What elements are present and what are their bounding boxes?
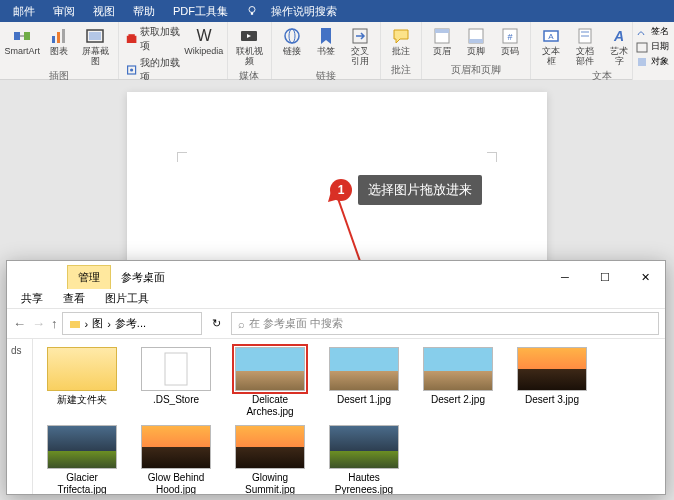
wordart-button[interactable]: A艺术字 [603,24,635,69]
nav-forward-button[interactable]: → [32,316,45,331]
signature-icon [636,26,648,38]
image-thumbnail [423,347,493,391]
signature-button[interactable]: 签名 [636,25,671,38]
explorer-search-input[interactable]: ⌕ 在 参考桌面 中搜索 [231,312,660,335]
file-grid: 新建文件夹.DS_StoreDelicate Arches.jpgDesert … [33,339,665,494]
textbox-button[interactable]: A文本框 [535,24,567,69]
datetime-button[interactable]: 日期 [636,40,671,53]
header-button[interactable]: 页眉 [426,24,458,59]
screenshot-button[interactable]: 屏幕截图 [77,24,114,69]
file-item[interactable]: Desert 1.jpg [325,347,403,417]
nav-up-button[interactable]: ↑ [51,316,58,331]
file-name: Glowing Summit.jpg [231,472,309,494]
file-name: Glacier Trifecta.jpg [43,472,121,494]
tab-review[interactable]: 审阅 [44,4,84,19]
svg-rect-21 [435,29,449,33]
folder-icon [69,318,81,330]
file-name: Desert 2.jpg [431,394,485,406]
file-name: .DS_Store [153,394,199,406]
file-item[interactable]: Delicate Arches.jpg [231,347,309,417]
file-name: Glow Behind Hood.jpg [137,472,215,494]
object-icon [636,56,648,68]
svg-point-0 [249,7,255,13]
svg-rect-6 [57,32,60,43]
file-explorer-window: 管理 参考桌面 ─ ☐ ✕ 共享 查看 图片工具 ← → ↑ ›图›参考... … [6,260,666,495]
subtab-picture-tools[interactable]: 图片工具 [95,291,159,306]
file-icon [141,347,211,391]
svg-rect-9 [89,32,101,40]
footer-button[interactable]: 页脚 [460,24,492,59]
online-video-button[interactable]: 联机视频 [232,24,267,69]
tab-help[interactable]: 帮助 [124,4,164,19]
subtab-share[interactable]: 共享 [11,291,53,306]
file-item[interactable]: Glow Behind Hood.jpg [137,425,215,494]
tell-me-search[interactable]: 操作说明搜索 [237,4,355,19]
file-item[interactable]: .DS_Store [137,347,215,417]
svg-rect-35 [637,43,647,52]
tab-mail[interactable]: 邮件 [4,4,44,19]
close-button[interactable]: ✕ [625,265,665,289]
group-media: 联机视频 媒体 [228,22,272,79]
get-addons-button[interactable]: 获取加载项 [123,24,183,54]
svg-text:A: A [613,28,624,44]
svg-rect-10 [126,36,136,43]
nav-back-button[interactable]: ← [13,316,26,331]
image-thumbnail [329,425,399,469]
margin-marker [487,152,497,162]
bookmark-button[interactable]: 书签 [310,24,342,59]
file-item[interactable]: Glowing Summit.jpg [231,425,309,494]
svg-text:#: # [507,32,512,42]
svg-rect-39 [70,321,80,328]
file-name: Hautes Pyrenees.jpg [325,472,403,494]
explorer-tab-manage[interactable]: 管理 [67,265,111,289]
folder-icon [47,347,117,391]
file-item[interactable]: Desert 3.jpg [513,347,591,417]
link-button[interactable]: 链接 [276,24,308,59]
explorer-sidebar[interactable]: ds [7,339,33,494]
file-name: Desert 1.jpg [337,394,391,406]
maximize-button[interactable]: ☐ [585,265,625,289]
subtab-view[interactable]: 查看 [53,291,95,306]
group-addons: 获取加载项 我的加载项 WWikipedia 加载项 [119,22,228,79]
group-label: 批注 [391,63,411,78]
pagenum-button[interactable]: #页码 [494,24,526,59]
callout-number: 1 [330,179,352,201]
quickparts-button[interactable]: 文档部件 [569,24,601,69]
breadcrumb[interactable]: ›图›参考... [62,312,202,335]
addons-icon [126,63,137,77]
file-name: 新建文件夹 [57,394,107,406]
minimize-button[interactable]: ─ [545,265,585,289]
object-button[interactable]: 对象 [636,55,671,68]
wikipedia-button[interactable]: WWikipedia [185,24,223,59]
file-item[interactable]: 新建文件夹 [43,347,121,417]
comment-button[interactable]: 批注 [385,24,417,59]
svg-text:W: W [196,27,212,44]
tab-pdf[interactable]: PDF工具集 [164,4,237,19]
svg-point-13 [130,68,133,71]
chart-button[interactable]: 图表 [43,24,75,59]
file-item[interactable]: Glacier Trifecta.jpg [43,425,121,494]
svg-point-17 [285,29,299,43]
margin-marker [177,152,187,162]
group-illustrations: SmartArt 图表 屏幕截图 插图 [0,22,119,79]
explorer-titlebar[interactable]: 管理 参考桌面 ─ ☐ ✕ [7,261,665,289]
image-thumbnail [47,425,117,469]
refresh-button[interactable]: ↻ [206,317,227,330]
svg-rect-2 [14,32,20,40]
file-item[interactable]: Desert 2.jpg [419,347,497,417]
svg-rect-5 [52,36,55,43]
svg-text:A: A [548,32,554,41]
group-comments: 批注 批注 [381,22,422,79]
crossref-button[interactable]: 交叉引用 [344,24,376,69]
calendar-icon [636,41,648,53]
store-icon [126,32,137,46]
smartart-button[interactable]: SmartArt [4,24,41,59]
group-links: 链接 书签 交叉引用 链接 [272,22,381,79]
file-item[interactable]: Hautes Pyrenees.jpg [325,425,403,494]
file-name: Delicate Arches.jpg [231,394,309,417]
tab-view[interactable]: 视图 [84,4,124,19]
image-thumbnail [517,347,587,391]
explorer-subtabs: 共享 查看 图片工具 [7,289,665,309]
svg-rect-23 [469,39,483,43]
lightbulb-icon [246,5,258,17]
